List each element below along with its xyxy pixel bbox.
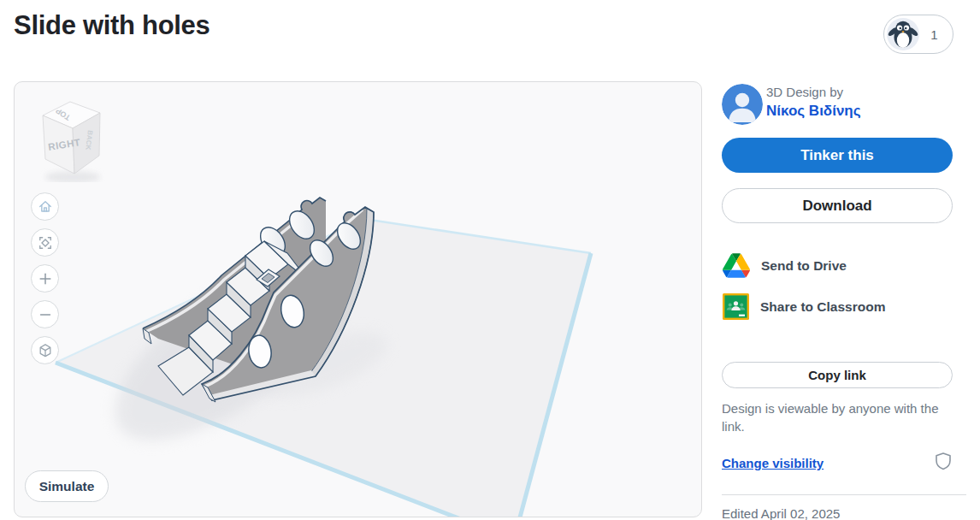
share-to-classroom-label: Share to Classroom — [760, 299, 885, 315]
person-icon — [722, 84, 763, 125]
penguin-avatar-icon — [887, 18, 919, 50]
download-button[interactable]: Download — [722, 188, 953, 223]
tinker-this-button[interactable]: Tinker this — [722, 138, 953, 173]
home-view-button[interactable] — [31, 192, 59, 221]
sidebar: 3D Design by Νίκος Βιδίνης Tinker this D… — [722, 81, 966, 520]
page-title: Slide with holes — [14, 10, 210, 41]
simulate-button[interactable]: Simulate — [25, 470, 109, 502]
plus-icon — [37, 270, 54, 287]
home-icon — [37, 198, 54, 216]
author-name-link[interactable]: Νίκος Βιδίνης — [766, 103, 861, 120]
share-to-classroom-button[interactable]: Share to Classroom — [723, 293, 885, 320]
zoom-in-button[interactable] — [31, 264, 59, 292]
likes-count: 1 — [919, 27, 953, 42]
viewport-3d-canvas[interactable]: TOP RIGHT BACK — [14, 81, 702, 517]
likes-badge[interactable]: 1 — [883, 15, 953, 54]
sidebar-divider — [722, 494, 966, 495]
byline-label: 3D Design by — [766, 85, 843, 99]
view-cube[interactable]: TOP RIGHT BACK — [32, 92, 109, 182]
shield-icon — [934, 452, 953, 470]
author-avatar[interactable] — [722, 84, 763, 125]
edited-date: Edited April 02, 2025 — [722, 506, 840, 520]
copy-link-button[interactable]: Copy link — [722, 362, 953, 388]
google-drive-icon — [723, 253, 750, 278]
send-to-drive-button[interactable]: Send to Drive — [723, 253, 847, 278]
send-to-drive-label: Send to Drive — [761, 258, 847, 274]
viewport-nav-tools — [31, 192, 59, 372]
fit-view-button[interactable] — [31, 228, 59, 257]
design-3d-model — [15, 82, 702, 517]
change-visibility-link[interactable]: Change visibility — [722, 456, 824, 470]
minus-icon — [37, 306, 54, 323]
perspective-cube-icon — [37, 342, 54, 359]
google-classroom-icon — [723, 293, 749, 320]
zoom-out-button[interactable] — [31, 300, 59, 328]
perspective-toggle-button[interactable] — [31, 336, 59, 364]
visibility-note: Design is viewable by anyone with the li… — [722, 399, 963, 435]
fit-view-icon — [37, 234, 54, 251]
